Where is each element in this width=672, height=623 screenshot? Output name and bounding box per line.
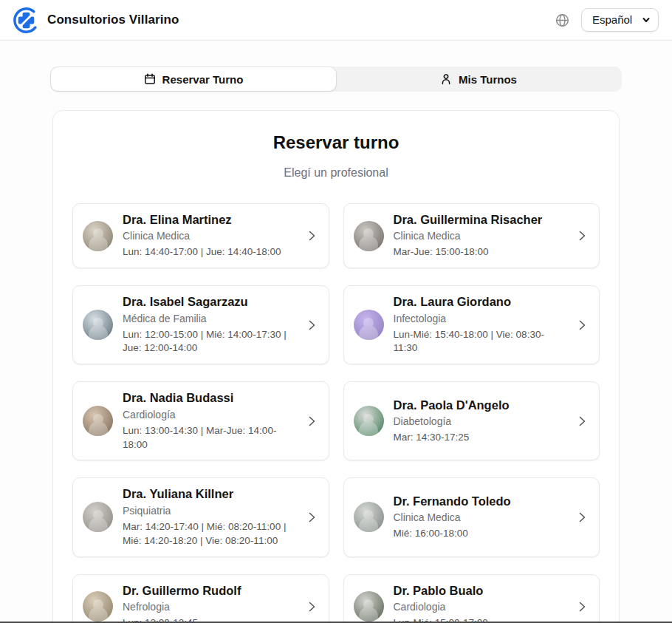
doctor-schedule: Lun: 13:00-14:30 | Mar-Jue: 14:00-18:00 [123, 424, 295, 452]
doctor-card[interactable]: Dra. Laura Giordano Infectologia Lun-Mié… [343, 285, 600, 364]
doctor-specialty: Cardiologia [394, 600, 566, 614]
doctor-info: Dr. Fernando Toledo Clinica Medica Mié: … [394, 494, 566, 541]
doctor-grid: Dra. Elina Martinez Clinica Medica Lun: … [72, 203, 600, 623]
chevron-right-icon [305, 415, 318, 428]
doctor-name: Dra. Isabel Sagarzazu [123, 294, 295, 310]
doctor-card[interactable]: Dra. Isabel Sagarzazu Médica de Familia … [72, 285, 329, 364]
chevron-right-icon [305, 319, 318, 332]
doctor-name: Dr. Fernando Toledo [394, 494, 566, 509]
doctor-schedule: Lun: 14:40-17:00 | Jue: 14:40-18:00 [123, 245, 295, 259]
page-title: Reservar turno [72, 132, 600, 153]
globe-icon [555, 13, 569, 27]
booking-card: Reservar turno Elegí un profesional Dra.… [52, 110, 620, 623]
doctor-specialty: Médica de Familia [123, 312, 295, 326]
tab-mis-turnos[interactable]: Mis Turnos [336, 67, 621, 91]
doctor-name: Dra. Elina Martinez [123, 212, 295, 228]
chevron-right-icon [575, 229, 589, 242]
doctor-name: Dr. Pablo Bualo [394, 583, 566, 599]
doctor-info: Dra. Paola D'Angelo Diabetología Mar: 14… [394, 398, 566, 445]
language-select-wrapper: Español [581, 8, 659, 32]
doctor-schedule: Mar-Jue: 15:00-18:00 [394, 245, 566, 259]
doctor-info: Dra. Guillermina Risacher Clinica Medica… [394, 212, 566, 259]
person-icon [440, 73, 452, 85]
chevron-right-icon [575, 600, 589, 613]
doctor-name: Dr. Guillermo Rudolf [123, 583, 295, 599]
chevron-right-icon [575, 319, 589, 332]
doctor-name: Dra. Yuliana Killner [123, 486, 295, 502]
chevron-right-icon [575, 511, 589, 524]
doctor-avatar [83, 221, 113, 251]
doctor-schedule: Mié: 16:00-18:00 [394, 527, 566, 541]
chevron-right-icon [305, 600, 318, 613]
doctor-info: Dra. Isabel Sagarzazu Médica de Familia … [123, 294, 295, 355]
doctor-schedule: Mar: 14:20-17:40 | Mié: 08:20-11:00 | Mi… [123, 520, 295, 548]
doctor-avatar [354, 406, 384, 436]
language-select[interactable]: Español [581, 8, 659, 32]
doctor-specialty: Infectologia [394, 312, 566, 326]
header-right: Español [555, 8, 659, 32]
calendar-icon [144, 73, 156, 85]
app-header: Consultorios Villarino Español [0, 0, 672, 41]
tab-reservar-turno[interactable]: Reservar Turno [51, 67, 336, 91]
doctor-avatar [354, 221, 384, 251]
doctor-card[interactable]: Dr. Fernando Toledo Clinica Medica Mié: … [343, 477, 600, 556]
doctor-specialty: Clinica Medica [123, 229, 295, 243]
doctor-specialty: Clinica Medica [394, 511, 566, 525]
doctor-card[interactable]: Dra. Nadia Budassi Cardiología Lun: 13:0… [72, 381, 329, 460]
tabbar: Reservar Turno Mis Turnos [50, 67, 622, 92]
doctor-avatar [83, 406, 113, 436]
doctor-name: Dra. Nadia Budassi [123, 390, 295, 406]
doctor-card[interactable]: Dra. Yuliana Killner Psiquiatria Mar: 14… [72, 477, 329, 556]
doctor-avatar [354, 502, 384, 532]
chevron-right-icon [305, 229, 318, 242]
doctor-card[interactable]: Dr. Pablo Bualo Cardiologia Lun-Mié: 15:… [343, 574, 600, 623]
brand-title: Consultorios Villarino [47, 13, 179, 27]
doctor-avatar [83, 502, 113, 532]
doctor-info: Dra. Elina Martinez Clinica Medica Lun: … [123, 212, 295, 259]
chevron-right-icon [575, 415, 589, 428]
doctor-card[interactable]: Dr. Guillermo Rudolf Nefrologia Lun: 12:… [72, 574, 329, 623]
tab-label: Mis Turnos [459, 73, 517, 86]
doctor-avatar [354, 591, 384, 622]
tab-label: Reservar Turno [162, 73, 244, 86]
doctor-info: Dr. Guillermo Rudolf Nefrologia Lun: 12:… [123, 583, 295, 623]
doctor-avatar [354, 310, 384, 340]
brand-logo-icon [13, 7, 40, 34]
doctor-schedule: Lun: 12:00-15:00 | Mié: 14:00-17:30 | Ju… [123, 328, 295, 356]
doctor-info: Dra. Laura Giordano Infectologia Lun-Mié… [394, 294, 566, 355]
doctor-specialty: Clinica Medica [394, 229, 566, 243]
doctor-name: Dra. Laura Giordano [394, 294, 566, 310]
doctor-info: Dra. Yuliana Killner Psiquiatria Mar: 14… [123, 486, 295, 548]
doctor-card[interactable]: Dra. Elina Martinez Clinica Medica Lun: … [72, 203, 329, 268]
doctor-schedule: Lun-Mié: 15:40-18:00 | Vie: 08:30-11:30 [394, 328, 566, 356]
doctor-avatar [83, 591, 113, 622]
chevron-right-icon [305, 511, 318, 524]
doctor-avatar [83, 310, 113, 340]
doctor-schedule: Mar: 14:30-17:25 [394, 431, 566, 445]
doctor-card[interactable]: Dra. Guillermina Risacher Clinica Medica… [343, 203, 600, 268]
doctor-card[interactable]: Dra. Paola D'Angelo Diabetología Mar: 14… [343, 381, 600, 460]
doctor-info: Dr. Pablo Bualo Cardiologia Lun-Mié: 15:… [394, 583, 566, 623]
doctor-specialty: Nefrologia [123, 600, 295, 614]
doctor-name: Dra. Paola D'Angelo [394, 398, 566, 413]
brand: Consultorios Villarino [13, 7, 179, 34]
doctor-info: Dra. Nadia Budassi Cardiología Lun: 13:0… [123, 390, 295, 452]
doctor-specialty: Psiquiatria [123, 504, 295, 518]
doctor-specialty: Cardiología [123, 408, 295, 422]
doctor-name: Dra. Guillermina Risacher [394, 212, 566, 228]
page-subtitle: Elegí un profesional [72, 166, 600, 180]
doctor-specialty: Diabetología [394, 415, 566, 429]
